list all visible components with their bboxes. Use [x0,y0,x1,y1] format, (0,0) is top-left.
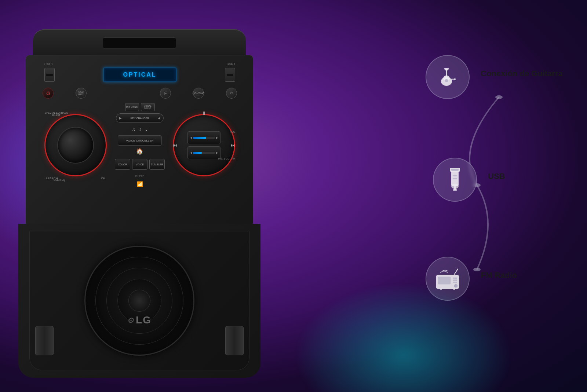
lg-logo-text: LG [136,314,152,326]
guitar-connection-label: Conexión de Guitarra [481,69,563,78]
vol-control[interactable]: ◀ ▶ [187,131,220,144]
svg-rect-15 [453,175,457,176]
svg-rect-6 [445,68,448,70]
svg-point-0 [495,95,503,99]
speaker-lower-body: ⊙ LG [18,224,260,378]
vol-bar-fill [193,137,206,139]
speaker-lower-inner: ⊙ LG [29,231,249,370]
control-panel: USB 1 USB 2 OPTICAL ⏻ [41,63,239,220]
dj-pad-label-area: DJ PAD [135,172,144,179]
left-knob-ring[interactable] [44,114,107,176]
color-button[interactable]: COLOR [115,159,130,170]
svg-point-27 [455,282,457,283]
play-icon[interactable]: ⏸ [201,110,207,116]
f-button[interactable]: F [160,88,171,99]
svg-point-26 [453,282,455,283]
left-knob-container: SPECIAL EQ /BASS BLAST SEARCH OK USER EQ [43,109,109,182]
svg-point-23 [455,278,457,279]
dj-pad-label: DJ PAD [135,175,144,177]
usb1-port[interactable] [44,68,55,82]
dj-pad-row: COLOR VOICE TUMBLER [115,159,165,170]
fastforward-icon[interactable]: ⏭ [231,143,235,148]
mic-guitar-control[interactable]: ◀ ▶ [187,146,220,159]
top-slot [103,37,176,48]
usb2-label: USB 2 [227,63,235,66]
mic-vocal-row: MIC MONO VOCAL MONO [125,103,155,111]
svg-rect-14 [451,169,459,171]
mic-bar-fill [193,152,202,154]
home-area: 🏠 [136,148,143,155]
note-icons-row: ♫ ♪ ♩ [132,126,148,132]
usb-icon [448,168,462,192]
svg-point-24 [453,279,455,281]
usb2-port[interactable] [225,68,235,82]
svg-rect-30 [440,289,442,290]
lg-logo: ⊙ LG [127,314,152,326]
left-knob-inner[interactable] [57,127,94,164]
connections-panel: Conexión de Guitarra USB [404,55,569,312]
display-text: OPTICAL [123,72,156,78]
right-knob-container: ⏸ ⏮ ⏭ ◀ ▶ [171,109,237,182]
svg-rect-5 [446,69,447,78]
speaker-unit: USB 1 USB 2 OPTICAL ⏻ [18,29,268,389]
rewind-icon[interactable]: ⏮ [173,143,177,148]
display-row: OPTICAL [41,67,239,82]
vol-label: VOL [230,131,235,133]
svg-rect-21 [438,276,451,284]
voice-button[interactable]: VOICE [132,159,147,170]
vol-bar [193,137,215,139]
display-screen: OPTICAL [103,67,176,82]
svg-point-9 [445,79,448,82]
timer-button[interactable]: ⏱ [226,88,237,99]
mic-bar [193,152,215,154]
svg-rect-31 [453,289,455,290]
lighting-button[interactable]: LIGHTING [193,88,204,99]
knobs-row: SPECIAL EQ /BASS BLAST SEARCH OK USER EQ [41,103,239,187]
radio-connection-label: FM Radio [481,271,517,280]
svg-point-11 [454,78,456,80]
ok-label: OK [98,177,109,180]
guitar-connection-circle [426,55,470,99]
wifi-area: 📶 [137,181,143,187]
speaker-top-cap [33,29,246,59]
usb-connection-circle [433,158,477,202]
svg-point-28 [454,284,458,288]
svg-rect-16 [453,178,457,179]
svg-point-7 [444,68,445,70]
radio-connection-circle [426,257,470,301]
lg-logo-symbol: ⊙ [127,316,134,325]
svg-point-8 [448,68,449,70]
svg-line-29 [454,269,458,275]
usb-rec-button[interactable]: USBREC [76,88,87,99]
vocal-mono-button[interactable]: VOCAL MONO [141,103,155,111]
buttons-row: ⏻ USBREC F LIGHTING ⏱ [41,88,239,99]
key-changer-control[interactable]: ▶ KEY CHANGER ◀ [116,113,164,123]
user-eq-label: USER EQ [54,179,65,181]
middle-controls: MIC MONO VOCAL MONO ▶ KEY CHANGER ◀ [110,103,169,187]
tumbler-button[interactable]: TUMBLER [149,159,165,170]
handle-right [225,326,244,355]
power-button[interactable]: ⏻ [43,88,54,99]
mic-guitar-label: MIC 1 GUITAR [218,157,235,160]
svg-point-22 [453,278,455,279]
svg-point-2 [473,268,481,271]
voice-canceller-button[interactable]: VOICE CANCELLER [118,135,162,146]
usb1-label: USB 1 [44,63,53,66]
right-knob-ring[interactable]: ⏮ ⏭ ◀ ▶ [173,114,235,176]
usb-connection-label: USB [488,172,505,181]
speaker-upper-body: USB 1 USB 2 OPTICAL ⏻ [26,55,253,227]
guitar-icon [437,66,459,88]
svg-rect-19 [453,189,457,191]
svg-point-25 [455,279,457,281]
mic-mono-button[interactable]: MIC MONO [125,103,139,111]
handle-left [35,326,54,355]
radio-icon [435,268,460,290]
main-scene: USB 1 USB 2 OPTICAL ⏻ [0,0,587,392]
woofer [84,246,194,356]
